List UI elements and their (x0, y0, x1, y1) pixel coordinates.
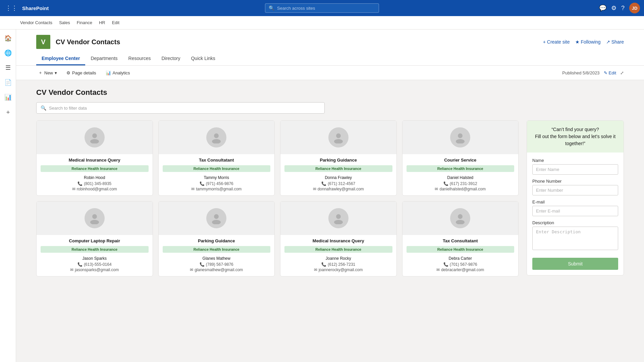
card-image (159, 121, 275, 154)
card-image (280, 201, 396, 235)
subnav-finance[interactable]: Finance (77, 20, 92, 25)
contact-card[interactable]: Tax Consultatant Reliance Health Insuran… (402, 201, 519, 277)
contact-card[interactable]: Courier Service Reliance Health Insuranc… (402, 120, 519, 196)
contact-card[interactable]: Tax Consultatant Reliance Health Insuran… (158, 120, 275, 196)
card-title: Medical Insurance Query (284, 238, 392, 243)
card-image (159, 201, 275, 235)
site-header-actions: + Create site ★ Following ↗ Share (543, 39, 624, 45)
site-title: CV Vendor Contacts (56, 38, 538, 46)
filter-search[interactable]: 🔍 (36, 102, 325, 114)
subnav-sales[interactable]: Sales (59, 20, 70, 25)
svg-point-3 (212, 139, 221, 143)
placeholder-image (450, 127, 470, 147)
site-nav: Employee Center Departments Resources Di… (36, 52, 624, 65)
layout: 🏠 🌐 ☰ 📄 📊 ＋ V CV Vendor Contacts + Creat… (0, 29, 644, 362)
card-info: Robin Hood 📞 (801) 345-8935 ✉ robinhood@… (41, 175, 149, 191)
card-tag: Reliance Health Insurance (41, 165, 149, 172)
card-body: Tax Consultatant Reliance Health Insuran… (159, 154, 275, 191)
nav-departments[interactable]: Departments (85, 52, 123, 65)
card-body: Tax Consultatant Reliance Health Insuran… (402, 235, 519, 272)
analytics-button[interactable]: 📊 Analytics (104, 69, 132, 77)
filter-search-input[interactable] (49, 106, 320, 111)
expand-button[interactable]: ⤢ (620, 70, 624, 75)
search-icon: 🔍 (269, 5, 274, 11)
following-button[interactable]: ★ Following (575, 39, 601, 45)
phone-number: (671) 312-4567 (328, 181, 355, 186)
grid-icon[interactable]: ⋮⋮ (4, 3, 19, 13)
contact-card[interactable]: Parking Guidance Reliance Health Insuran… (158, 201, 275, 277)
email-icon: ✉ (436, 267, 440, 272)
subnav-vendor-contacts[interactable]: Vendor Contacts (20, 20, 52, 25)
page-details-button[interactable]: ⚙ Page details (64, 69, 98, 77)
form-group-phone: Phone Number (532, 179, 618, 195)
sidebar: 🏠 🌐 ☰ 📄 📊 ＋ (0, 29, 16, 362)
sidebar-chart-icon[interactable]: 📊 (2, 91, 14, 103)
nav-resources[interactable]: Resources (123, 52, 156, 65)
contact-card[interactable]: Parking Guidance Reliance Health Insuran… (280, 120, 397, 196)
description-input[interactable] (532, 227, 618, 250)
placeholder-image (450, 208, 470, 228)
subnav-hr[interactable]: HR (99, 20, 105, 25)
contact-card[interactable]: Medical Insurance Query Reliance Health … (280, 201, 397, 277)
phone-input[interactable] (532, 185, 618, 195)
search-input[interactable] (277, 6, 375, 11)
sidebar-doc-icon[interactable]: 📄 (2, 76, 14, 88)
search-bar[interactable]: 🔍 (265, 3, 379, 13)
svg-point-9 (90, 220, 99, 224)
card-title: Computer Laptop Repair (41, 238, 149, 243)
card-email: ✉ jasonsparks@gmail.com (41, 267, 149, 272)
person-name: Tammy Morris (163, 175, 271, 180)
svg-point-1 (90, 139, 99, 143)
phone-number: (701) 567-9876 (450, 262, 477, 267)
card-email: ✉ glanesmathew@gmail.com (163, 267, 271, 272)
settings-icon[interactable]: ⚙ (611, 4, 616, 12)
card-email: ✉ debracarter@gmail.com (407, 267, 515, 272)
sidebar-globe-icon[interactable]: 🌐 (2, 47, 14, 59)
published-status: Published 5/8/2023 (562, 70, 599, 75)
top-bar-right: 💬 ⚙ ? JD (599, 3, 640, 13)
edit-button[interactable]: ✎ Edit (604, 70, 616, 75)
email-address: tammymorris@gmail.com (196, 187, 241, 191)
email-icon: ✉ (435, 187, 438, 191)
card-info: Joanne Rocky 📞 (612) 256-7231 ✉ joannero… (284, 256, 392, 272)
avatar[interactable]: JD (629, 3, 640, 13)
svg-point-12 (336, 214, 341, 219)
phone-label: Phone Number (532, 179, 618, 184)
email-input[interactable] (532, 206, 618, 216)
nav-directory[interactable]: Directory (156, 52, 185, 65)
card-phone: 📞 (971) 456-9876 (163, 181, 271, 186)
phone-icon: 📞 (443, 262, 448, 267)
email-icon: ✉ (70, 267, 73, 272)
card-phone: 📞 (617) 231-3912 (407, 181, 515, 186)
card-tag: Reliance Health Insurance (163, 246, 271, 253)
create-site-button[interactable]: + Create site (543, 39, 570, 45)
form-panel: “Can’t find your query? Fill out the for… (527, 120, 624, 276)
nav-quick-links[interactable]: Quick Links (185, 52, 220, 65)
name-input[interactable] (532, 164, 618, 175)
card-title: Parking Guidance (284, 158, 392, 163)
card-body: Computer Laptop Repair Reliance Health I… (37, 235, 153, 272)
form-header-line1: “Can’t find your query? (532, 126, 618, 133)
help-icon[interactable]: ? (621, 5, 625, 12)
sidebar-add-icon[interactable]: ＋ (2, 106, 14, 118)
phone-icon: 📞 (200, 262, 205, 267)
phone-number: (801) 345-8935 (84, 181, 111, 186)
card-info: Tammy Morris 📞 (971) 456-9876 ✉ tammymor… (163, 175, 271, 191)
email-address: donnafrawley@gmail.com (318, 187, 364, 191)
page-toolbar: ＋ New ▾ ⚙ Page details 📊 Analytics Publi… (16, 66, 644, 80)
card-tag: Reliance Health Insurance (284, 165, 392, 172)
submit-button[interactable]: Submit (532, 258, 618, 270)
nav-employee-center[interactable]: Employee Center (36, 52, 85, 65)
new-button[interactable]: ＋ New ▾ (36, 68, 59, 77)
email-address: joannerocky@gmail.com (319, 267, 363, 272)
share-button[interactable]: ↗ Share (606, 39, 624, 45)
sidebar-list-icon[interactable]: ☰ (2, 62, 14, 74)
contact-card[interactable]: Computer Laptop Repair Reliance Health I… (36, 201, 153, 277)
sidebar-home-icon[interactable]: 🏠 (2, 32, 14, 44)
chat-icon[interactable]: 💬 (599, 4, 606, 12)
phone-number: (613)-555-0164 (84, 262, 112, 267)
card-tag: Reliance Health Insurance (41, 246, 149, 253)
card-email: ✉ joannerocky@gmail.com (284, 267, 392, 272)
contact-card[interactable]: Medical Insurance Query Reliance Health … (36, 120, 153, 196)
subnav-edit[interactable]: Edit (112, 20, 119, 25)
